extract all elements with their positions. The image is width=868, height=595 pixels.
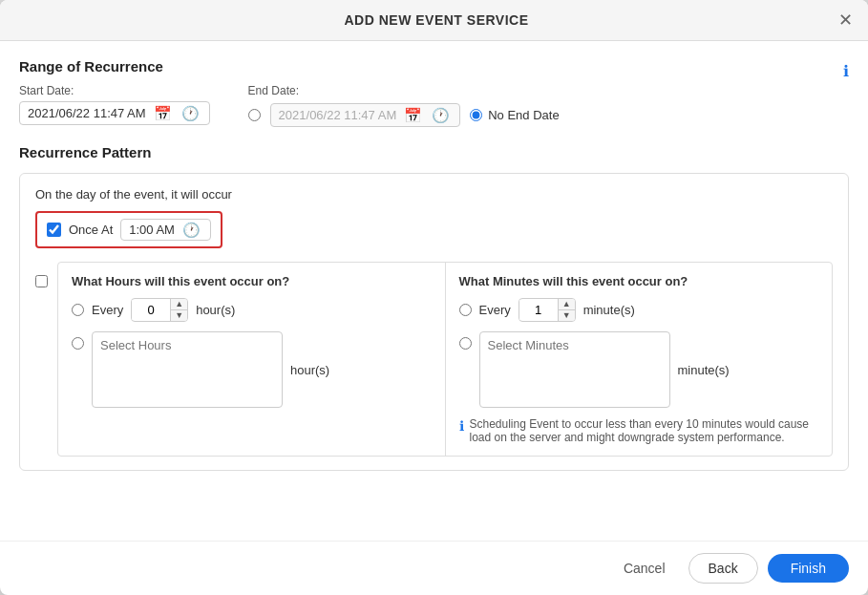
minutes-every-row: Every ▲ ▼ minute(s) [459,298,819,322]
minutes-every-unit: minute(s) [583,303,635,317]
recurrence-section: Recurrence Pattern [19,144,849,161]
range-info-icon[interactable]: ℹ [843,62,849,80]
once-at-time-value: 1:00 AM [129,223,175,237]
minutes-spinner: ▲ ▼ [558,299,575,321]
occur-label: On the day of the event, it will occur [35,187,833,202]
hours-down-btn[interactable]: ▼ [170,310,187,321]
hours-every-input: ▲ ▼ [131,298,188,322]
hours-select-radio[interactable] [72,337,84,350]
end-date-radio[interactable] [248,109,261,121]
end-date-group: End Date: 2021/06/22 11:47 AM 📅 🕐 No End… [248,84,560,127]
hours-title: What Hours will this event occur on? [72,274,432,288]
end-date-clock-icon[interactable]: 🕐 [430,108,452,122]
end-date-input-row: 2021/06/22 11:47 AM 📅 🕐 [270,103,461,127]
dialog-body: Range of Recurrence ℹ Start Date: 2021/0… [0,41,868,541]
minutes-select-radio[interactable] [459,337,472,350]
minutes-every-value[interactable] [519,300,558,320]
hm-wrapper: What Hours will this event occur on? Eve… [35,262,833,457]
hours-every-label: Every [92,303,123,317]
dialog-footer: Cancel Back Finish [0,541,868,595]
hours-section: What Hours will this event occur on? Eve… [58,263,446,456]
info-note: ℹ Scheduling Event to occur less than ev… [459,417,819,444]
start-date-clock-icon[interactable]: 🕐 [180,106,201,120]
hours-every-value[interactable] [132,300,170,320]
finish-button[interactable]: Finish [768,554,849,583]
dialog-header: ADD NEW EVENT SERVICE ✕ [0,0,868,41]
once-at-clock-icon[interactable]: 🕐 [180,223,202,237]
no-end-date-label: No End Date [488,108,559,122]
end-date-calendar-icon[interactable]: 📅 [402,108,424,122]
once-at-checkbox[interactable] [47,223,61,237]
hours-every-unit: hour(s) [196,303,235,317]
range-section-header: Range of Recurrence ℹ [19,58,849,84]
hm-checkbox[interactable] [35,275,48,287]
range-row: Start Date: 2021/06/22 11:47 AM 📅 🕐 End … [19,84,849,127]
minutes-select-input[interactable] [479,331,670,408]
start-date-group: Start Date: 2021/06/22 11:47 AM 📅 🕐 [19,84,210,125]
close-button[interactable]: ✕ [838,11,853,29]
end-date-options: 2021/06/22 11:47 AM 📅 🕐 No End Date [248,103,560,127]
dialog-title: ADD NEW EVENT SERVICE [34,12,838,28]
start-date-value: 2021/06/22 11:47 AM [28,106,146,120]
hours-every-row: Every ▲ ▼ hour(s) [72,298,432,322]
hours-select-unit: hour(s) [290,363,329,377]
back-button[interactable]: Back [688,553,758,584]
minutes-every-input: ▲ ▼ [519,298,576,322]
hours-up-btn[interactable]: ▲ [170,299,187,310]
hours-every-radio[interactable] [72,304,84,316]
once-at-time-input: 1:00 AM 🕐 [120,219,211,241]
once-at-row: Once At 1:00 AM 🕐 [35,211,222,248]
start-date-label: Start Date: [19,84,210,97]
minutes-down-btn[interactable]: ▼ [558,310,575,321]
recurrence-section-title: Recurrence Pattern [19,144,151,160]
hours-select-row: hour(s) [72,331,432,408]
once-at-label: Once At [69,223,113,237]
hm-columns: What Hours will this event occur on? Eve… [57,262,833,457]
end-date-value: 2021/06/22 11:47 AM [279,108,397,122]
minutes-every-radio[interactable] [459,304,472,316]
no-end-date-option: No End Date [470,108,559,122]
dialog: ADD NEW EVENT SERVICE ✕ Range of Recurre… [0,0,868,595]
no-end-date-radio[interactable] [470,109,482,121]
minutes-select-unit: minute(s) [678,363,730,377]
start-date-input-row: 2021/06/22 11:47 AM 📅 🕐 [19,101,210,125]
recurrence-box: On the day of the event, it will occur O… [19,173,849,471]
range-section-title: Range of Recurrence [19,58,163,74]
minutes-up-btn[interactable]: ▲ [558,299,575,310]
hours-spinner: ▲ ▼ [170,299,187,321]
hours-select-input[interactable] [92,331,283,408]
minutes-section: What Minutes will this event occur on? E… [446,263,833,456]
start-date-calendar-icon[interactable]: 📅 [152,106,174,120]
info-note-text: Scheduling Event to occur less than ever… [470,417,819,444]
minutes-title: What Minutes will this event occur on? [459,274,819,288]
cancel-button[interactable]: Cancel [610,554,679,583]
minutes-select-row: minute(s) [459,331,819,408]
end-date-label: End Date: [248,84,560,97]
info-note-icon: ℹ [459,418,464,434]
minutes-every-label: Every [479,303,511,317]
